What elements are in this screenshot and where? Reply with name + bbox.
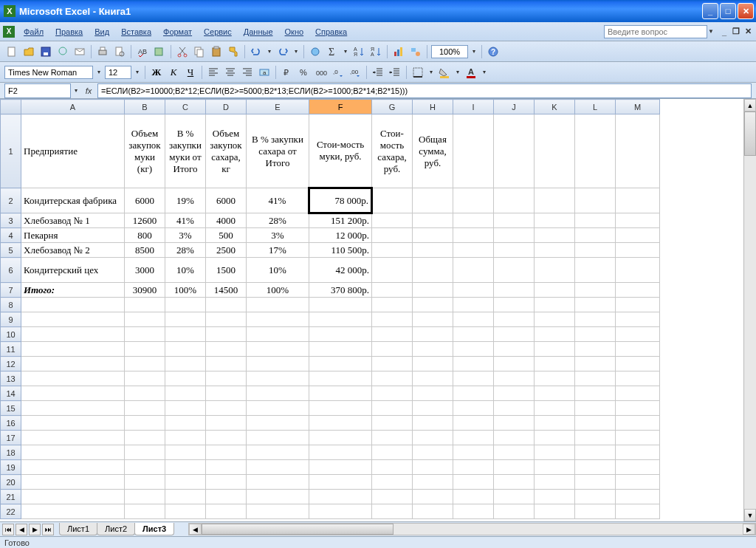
- cell[interactable]: [616, 298, 660, 312]
- cell[interactable]: [309, 357, 372, 371]
- cell[interactable]: [206, 342, 247, 357]
- cell[interactable]: [165, 490, 206, 504]
- col-header-I[interactable]: I: [453, 100, 494, 114]
- menu-help[interactable]: Справка: [309, 26, 353, 38]
- hscroll-thumb[interactable]: [202, 524, 394, 535]
- cell[interactable]: [21, 504, 125, 519]
- cell[interactable]: [372, 460, 413, 475]
- col-header-M[interactable]: M: [616, 100, 660, 114]
- cell[interactable]: [413, 243, 453, 258]
- sort-asc-icon[interactable]: АЯ: [351, 44, 366, 59]
- cell[interactable]: [372, 342, 413, 357]
- cell[interactable]: [165, 298, 206, 312]
- cell[interactable]: [616, 371, 660, 386]
- cell[interactable]: [494, 504, 535, 519]
- cell[interactable]: [575, 386, 616, 401]
- cell[interactable]: [165, 386, 206, 401]
- cell[interactable]: [413, 228, 453, 243]
- tab-nav-last-icon[interactable]: ⏭: [42, 524, 54, 535]
- cell[interactable]: [616, 460, 660, 475]
- cell[interactable]: [616, 445, 660, 460]
- cell[interactable]: 28%: [247, 213, 309, 228]
- cell[interactable]: [413, 416, 453, 431]
- cell[interactable]: [616, 431, 660, 445]
- fx-icon[interactable]: fx: [81, 83, 96, 98]
- cell[interactable]: [21, 431, 125, 445]
- cell[interactable]: [535, 416, 575, 431]
- new-icon[interactable]: [4, 44, 19, 59]
- col-header-J[interactable]: J: [494, 100, 535, 114]
- cell[interactable]: [413, 386, 453, 401]
- cell[interactable]: [413, 213, 453, 228]
- cell[interactable]: [413, 188, 453, 213]
- font-color-dropdown[interactable]: ▾: [481, 69, 488, 75]
- cell[interactable]: [616, 342, 660, 357]
- cell[interactable]: 6000: [206, 188, 247, 213]
- spreadsheet-grid[interactable]: ABCDEFGHIJKLM1ПредприятиеОбъем закупок м…: [0, 99, 743, 521]
- paste-icon[interactable]: [209, 44, 224, 59]
- cell[interactable]: [494, 342, 535, 357]
- cell[interactable]: [372, 213, 413, 228]
- cell[interactable]: [125, 445, 165, 460]
- doc-minimize-button[interactable]: _: [719, 27, 729, 37]
- cell[interactable]: [453, 114, 494, 188]
- col-header-D[interactable]: D: [206, 100, 247, 114]
- research-icon[interactable]: [152, 44, 167, 59]
- cell[interactable]: [206, 401, 247, 416]
- align-center-icon[interactable]: [223, 65, 238, 80]
- cell[interactable]: [575, 504, 616, 519]
- cell[interactable]: [372, 258, 413, 283]
- fill-color-icon[interactable]: [437, 65, 452, 80]
- maximize-button[interactable]: □: [720, 3, 736, 19]
- cell[interactable]: [575, 114, 616, 188]
- cell[interactable]: Пекарня: [21, 228, 125, 243]
- cell[interactable]: Объем закупок муки (кг): [125, 114, 165, 188]
- cell[interactable]: [453, 298, 494, 312]
- cell[interactable]: 8500: [125, 243, 165, 258]
- cell[interactable]: Хлебозавод № 1: [21, 213, 125, 228]
- col-header-F[interactable]: F: [309, 100, 372, 114]
- cell[interactable]: 41%: [247, 188, 309, 213]
- cell[interactable]: [309, 475, 372, 490]
- cell[interactable]: [125, 431, 165, 445]
- cell[interactable]: [309, 327, 372, 342]
- col-header-C[interactable]: C: [165, 100, 206, 114]
- cell[interactable]: [247, 401, 309, 416]
- cell[interactable]: [125, 504, 165, 519]
- cell[interactable]: [413, 258, 453, 283]
- cell[interactable]: [125, 490, 165, 504]
- cell[interactable]: [372, 416, 413, 431]
- close-button[interactable]: ✕: [738, 3, 754, 19]
- menu-window[interactable]: Окно: [279, 26, 310, 38]
- cut-icon[interactable]: [175, 44, 190, 59]
- cell[interactable]: [575, 312, 616, 327]
- cell[interactable]: [125, 386, 165, 401]
- cell[interactable]: [413, 460, 453, 475]
- cell[interactable]: [453, 228, 494, 243]
- cell[interactable]: [372, 188, 413, 213]
- cell[interactable]: [616, 357, 660, 371]
- cell[interactable]: [535, 504, 575, 519]
- cell[interactable]: [535, 283, 575, 298]
- cell[interactable]: Хлебозавод № 2: [21, 243, 125, 258]
- menu-insert[interactable]: Вставка: [115, 26, 157, 38]
- name-box-dropdown[interactable]: ▾: [72, 87, 80, 94]
- cell[interactable]: [165, 357, 206, 371]
- cell[interactable]: [309, 386, 372, 401]
- help-icon[interactable]: ?: [486, 44, 501, 59]
- tab-nav-next-icon[interactable]: ▶: [29, 524, 41, 535]
- cell[interactable]: [309, 298, 372, 312]
- fill-dropdown[interactable]: ▾: [454, 69, 461, 75]
- cell[interactable]: [372, 283, 413, 298]
- cell[interactable]: [206, 504, 247, 519]
- cell[interactable]: [309, 371, 372, 386]
- cell[interactable]: [413, 312, 453, 327]
- cell[interactable]: [206, 416, 247, 431]
- cell[interactable]: [165, 416, 206, 431]
- print-preview-icon[interactable]: [112, 44, 127, 59]
- cell[interactable]: [494, 298, 535, 312]
- col-header-H[interactable]: H: [413, 100, 453, 114]
- col-header-K[interactable]: K: [535, 100, 575, 114]
- cell[interactable]: [413, 327, 453, 342]
- row-header-2[interactable]: 2: [1, 188, 21, 213]
